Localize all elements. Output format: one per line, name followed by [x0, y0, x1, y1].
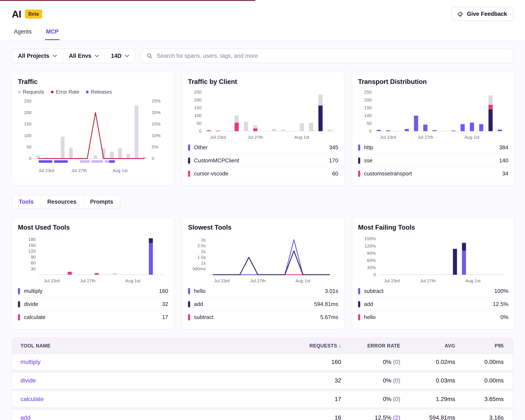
main-content: All Projects All Envs 14D Traffic Reques… — [0, 49, 525, 420]
tool-name-link[interactable]: multiply — [12, 359, 298, 365]
legend-row-subtract[interactable]: subtract100% — [358, 284, 508, 298]
most-used-tools-title: Most Used Tools — [18, 224, 168, 231]
legend-row-add[interactable]: add12.5% — [358, 298, 508, 310]
svg-text:180: 180 — [28, 237, 36, 242]
svg-text:Aug 1st: Aug 1st — [464, 135, 479, 140]
subtract-swatch — [188, 314, 190, 320]
svg-text:Jul 27th: Jul 27th — [247, 135, 263, 140]
col-p95[interactable]: P95 — [464, 343, 513, 349]
legend-row-customssetransport[interactable]: customssetransport34 — [358, 167, 508, 180]
error-count: (0) — [393, 396, 400, 402]
most-used-tools-chart[interactable]: 306090120150180Jul 23rdJul 27thAug 1st — [18, 234, 168, 284]
traffic-by-client-title: Traffic by Client — [188, 78, 338, 86]
tool-name-link[interactable]: divide — [12, 377, 298, 384]
svg-text:500ms: 500ms — [192, 266, 206, 271]
legend-row-add[interactable]: add594.81ms — [188, 298, 338, 310]
svg-text:2s: 2s — [201, 249, 206, 254]
legend-row-cursor-vscode[interactable]: cursor-vscode60 — [188, 167, 338, 180]
http-swatch — [358, 145, 360, 151]
most-failing-tools-chart[interactable]: 030%60%90%120%150%Jul 23rdJul 27thAug 1s… — [358, 234, 508, 284]
tab-agents[interactable]: Agents — [13, 27, 32, 40]
legend-row-calculate[interactable]: calculate17 — [18, 310, 168, 324]
sort-desc-icon: ↓ — [339, 343, 341, 348]
tool-name-link[interactable]: calculate — [12, 396, 298, 402]
other-swatch — [188, 145, 190, 151]
svg-text:0: 0 — [369, 129, 372, 133]
svg-text:90%: 90% — [367, 251, 376, 256]
legend-row-multiply[interactable]: multiply160 — [18, 284, 168, 298]
traffic-chart[interactable]: 05010015020025005%10%15%20%25%Jul 23rdJu… — [18, 97, 168, 174]
legend-row-http[interactable]: http384 — [358, 141, 508, 154]
legend-releases[interactable]: Releases — [86, 89, 112, 95]
chevron-down-icon — [125, 55, 129, 57]
svg-text:0: 0 — [29, 156, 31, 161]
requests-cell: 16 — [298, 414, 350, 420]
legend-requests[interactable]: Requests — [18, 89, 44, 95]
requests-dot — [18, 91, 21, 93]
project-filter-dropdown[interactable]: All Projects — [12, 49, 63, 63]
error-rate-cell: 0% (0) — [350, 396, 410, 402]
traffic-by-client-chart[interactable]: 050100150200250Jul 23rdJul 27thAug 1st — [188, 89, 338, 141]
hello-swatch — [188, 288, 190, 294]
tab-resources[interactable]: Resources — [40, 195, 83, 209]
svg-text:Jul 23rd: Jul 23rd — [214, 278, 230, 283]
traffic-cards-row: Traffic Requests Error Rate Releases 050… — [12, 72, 513, 186]
give-feedback-button[interactable]: Give Feedback — [451, 7, 513, 21]
svg-text:Aug 1st: Aug 1st — [112, 168, 127, 173]
svg-text:Jul 23rd: Jul 23rd — [384, 278, 400, 283]
svg-text:0: 0 — [199, 129, 202, 133]
svg-text:0: 0 — [373, 272, 376, 277]
legend-row-hello[interactable]: hello0% — [358, 310, 508, 324]
legend-row-other[interactable]: Other345 — [188, 141, 338, 154]
legend-row-hello[interactable]: hello3.01s — [188, 284, 338, 298]
tab-mcp[interactable]: MCP — [45, 27, 59, 40]
legend-error-rate[interactable]: Error Rate — [51, 89, 79, 95]
tab-tools[interactable]: Tools — [12, 195, 40, 209]
client-legend: Other345 CustomMCPClient170 cursor-vscod… — [188, 141, 338, 180]
tab-prompts[interactable]: Prompts — [83, 195, 120, 209]
slowest-legend: hello3.01s add594.81ms subtract5.67ms — [188, 284, 338, 324]
svg-text:90: 90 — [31, 255, 36, 259]
cursor-vscode-swatch — [188, 171, 190, 177]
svg-text:30: 30 — [31, 266, 36, 271]
legend-row-subtract[interactable]: subtract5.67ms — [188, 310, 338, 324]
search-input[interactable] — [156, 53, 507, 59]
col-tool-name[interactable]: TOOL NAME — [12, 343, 298, 349]
primary-tabs: Agents MCP — [12, 27, 513, 40]
col-requests[interactable]: REQUESTS ↓ — [298, 343, 350, 349]
releases-dot — [86, 91, 89, 93]
svg-text:3s: 3s — [201, 237, 206, 242]
table-row: add 16 12.5% (2) 594.81ms 3.16s — [12, 410, 513, 420]
svg-text:120: 120 — [28, 249, 36, 253]
date-range-label: 14D — [111, 53, 122, 59]
slowest-tools-card: Slowest Tools 500ms1s1.5s2s2.5s3sJul 23r… — [182, 217, 344, 329]
error-count: (0) — [393, 377, 400, 384]
legend-row-divide[interactable]: divide32 — [18, 298, 168, 310]
col-avg[interactable]: AVG — [410, 343, 464, 349]
customssetransport-swatch — [358, 171, 360, 177]
environment-filter-dropdown[interactable]: All Envs — [63, 49, 105, 63]
col-error-rate[interactable]: ERROR RATE — [350, 343, 410, 349]
give-feedback-label: Give Feedback — [467, 11, 507, 17]
svg-text:50: 50 — [27, 145, 31, 149]
most-failing-tools-title: Most Failing Tools — [358, 224, 508, 231]
tool-name-link[interactable]: add — [12, 414, 298, 420]
svg-text:1.5s: 1.5s — [197, 255, 206, 260]
filter-bar: All Projects All Envs 14D — [12, 49, 513, 63]
legend-row-sse[interactable]: sse140 — [358, 154, 508, 167]
svg-text:Aug 1st: Aug 1st — [466, 278, 480, 283]
traffic-legend: Requests Error Rate Releases — [18, 89, 168, 95]
slowest-tools-chart[interactable]: 500ms1s1.5s2s2.5s3sJul 23rdJul 27thAug 1… — [188, 234, 338, 284]
svg-text:250: 250 — [364, 90, 372, 94]
requests-cell: 32 — [298, 377, 350, 384]
svg-text:250: 250 — [24, 99, 31, 103]
add-swatch — [358, 301, 360, 307]
svg-text:0: 0 — [152, 156, 154, 161]
svg-text:1s: 1s — [201, 261, 206, 265]
avg-cell: 0.03ms — [410, 377, 464, 384]
legend-row-custommcpclient[interactable]: CustomMCPClient170 — [188, 154, 338, 167]
transport-legend: http384 sse140 customssetransport34 — [358, 141, 508, 180]
svg-text:150: 150 — [28, 243, 36, 247]
transport-distribution-chart[interactable]: 050100150200250Jul 23rdJul 27thAug 1st — [358, 89, 508, 141]
date-range-dropdown[interactable]: 14D — [105, 49, 135, 63]
